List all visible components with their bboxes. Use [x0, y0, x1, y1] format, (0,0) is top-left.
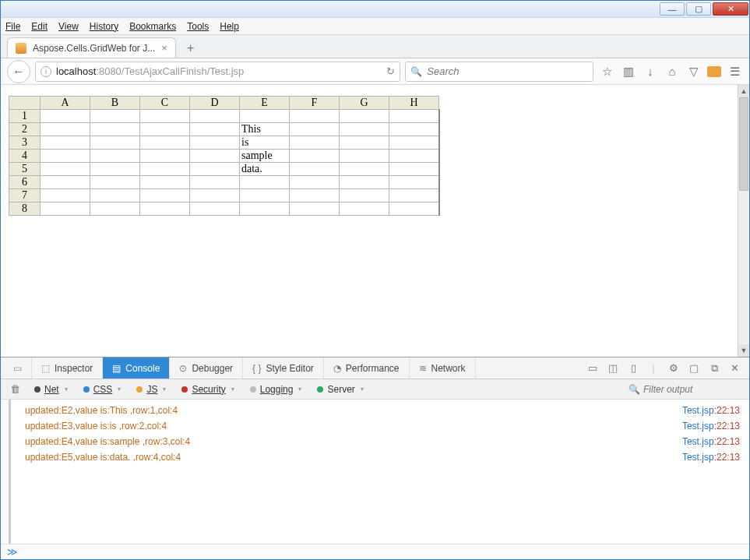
cell-e5[interactable]: data.	[240, 163, 290, 176]
bookmark-star-icon[interactable]: ☆	[598, 65, 615, 79]
console-source[interactable]: Test.jsp:22:13	[682, 421, 740, 431]
browser-tab[interactable]: Aspose.Cells.GridWeb for J... ×	[7, 37, 176, 58]
cell-b2[interactable]	[90, 123, 140, 136]
col-header-b[interactable]: B	[90, 97, 140, 110]
row-header-2[interactable]: 2	[9, 123, 40, 136]
cell-c7[interactable]	[140, 189, 190, 203]
cell-e1[interactable]	[240, 110, 290, 123]
console-filter-input[interactable]	[643, 384, 737, 395]
menu-tools[interactable]: Tools	[187, 21, 209, 32]
cell-a2[interactable]	[40, 123, 90, 136]
filter-logging[interactable]: Logging▾	[244, 381, 308, 398]
cell-b8[interactable]	[90, 203, 140, 216]
cell-d1[interactable]	[190, 110, 240, 123]
cell-f4[interactable]	[290, 150, 340, 163]
col-header-d[interactable]: D	[190, 97, 240, 110]
cell-b1[interactable]	[90, 110, 140, 123]
cell-g8[interactable]	[340, 203, 389, 216]
pocket-icon[interactable]: ▽	[685, 65, 702, 79]
col-header-c[interactable]: C	[140, 97, 190, 110]
scroll-down-icon[interactable]: ▼	[738, 344, 749, 357]
cell-c4[interactable]	[140, 150, 190, 163]
cell-f2[interactable]	[290, 123, 340, 136]
home-icon[interactable]: ⌂	[664, 65, 681, 78]
devtools-tab-performance[interactable]: ◔Performance	[324, 357, 410, 379]
cell-a3[interactable]	[40, 136, 90, 150]
col-header-e[interactable]: E	[240, 97, 290, 110]
cell-c6[interactable]	[140, 176, 190, 189]
row-header-7[interactable]: 7	[9, 189, 40, 203]
cell-h1[interactable]	[389, 110, 439, 123]
devtools-popout-icon[interactable]: ⧉	[707, 362, 721, 375]
cell-a8[interactable]	[40, 203, 90, 216]
cell-d7[interactable]	[190, 189, 240, 203]
cell-b6[interactable]	[90, 176, 140, 189]
clear-console-icon[interactable]: 🗑	[5, 383, 25, 395]
new-tab-button[interactable]: +	[181, 39, 201, 58]
cell-d2[interactable]	[190, 123, 240, 136]
cell-h2[interactable]	[389, 123, 439, 136]
devtools-tab-network[interactable]: ≋Network	[410, 357, 476, 379]
cell-d6[interactable]	[190, 176, 240, 189]
cell-d5[interactable]	[190, 163, 240, 176]
cell-f1[interactable]	[290, 110, 340, 123]
col-header-g[interactable]: G	[340, 97, 389, 110]
cell-f7[interactable]	[290, 189, 340, 203]
filter-server[interactable]: Server▾	[311, 381, 369, 398]
row-header-1[interactable]: 1	[9, 110, 40, 123]
cell-f3[interactable]	[290, 136, 340, 150]
cell-a1[interactable]	[40, 110, 90, 123]
window-maximize-button[interactable]: ▢	[686, 2, 711, 16]
devtools-settings-icon[interactable]: ⚙	[667, 362, 681, 374]
grid-corner[interactable]	[9, 97, 40, 110]
cell-c1[interactable]	[140, 110, 190, 123]
cell-a5[interactable]	[40, 163, 90, 176]
devtools-dock-window-icon[interactable]: ▯	[626, 362, 640, 374]
cell-h5[interactable]	[389, 163, 439, 176]
page-scrollbar[interactable]: ▲ ▼	[738, 85, 749, 357]
console-source[interactable]: Test.jsp:22:13	[682, 405, 740, 416]
cell-f6[interactable]	[290, 176, 340, 189]
row-header-4[interactable]: 4	[9, 150, 40, 163]
devtools-close-icon[interactable]: ✕	[727, 362, 741, 374]
console-source[interactable]: Test.jsp:22:13	[682, 452, 740, 463]
cell-h4[interactable]	[389, 150, 439, 163]
col-header-a[interactable]: A	[40, 97, 90, 110]
menu-bookmarks[interactable]: Bookmarks	[129, 21, 176, 32]
site-info-icon[interactable]: i	[40, 66, 51, 77]
window-minimize-button[interactable]: —	[660, 2, 685, 16]
url-text[interactable]: localhost:8080/TestAjaxCallFinish/Test.j…	[56, 65, 382, 77]
cell-g4[interactable]	[340, 150, 389, 163]
url-bar[interactable]: i localhost:8080/TestAjaxCallFinish/Test…	[35, 62, 400, 82]
scroll-thumb[interactable]	[739, 97, 748, 191]
row-header-8[interactable]: 8	[9, 203, 40, 216]
cell-g3[interactable]	[340, 136, 389, 150]
cell-g1[interactable]	[340, 110, 389, 123]
cell-h7[interactable]	[389, 189, 439, 203]
cell-b5[interactable]	[90, 163, 140, 176]
hamburger-menu-icon[interactable]: ☰	[726, 65, 743, 79]
devtools-toolbox-icon[interactable]: ▢	[687, 362, 701, 374]
console-filter-input-wrap[interactable]: 🔍	[629, 384, 745, 395]
scroll-up-icon[interactable]: ▲	[738, 85, 749, 97]
cell-d3[interactable]	[190, 136, 240, 150]
devtools-iframe-picker[interactable]: ▭	[4, 357, 32, 379]
devtools-dock-split-icon[interactable]: ◫	[606, 362, 620, 374]
window-close-button[interactable]: ✕	[713, 2, 748, 16]
back-button[interactable]: ←	[7, 60, 30, 83]
filter-css[interactable]: CSS▾	[77, 381, 128, 398]
devtools-tab-style[interactable]: { }Style Editor	[243, 357, 324, 379]
menu-file[interactable]: File	[5, 21, 20, 32]
menu-history[interactable]: History	[90, 21, 118, 32]
cell-f5[interactable]	[290, 163, 340, 176]
cell-c3[interactable]	[140, 136, 190, 150]
cell-e6[interactable]	[240, 176, 290, 189]
filter-js[interactable]: JS▾	[130, 381, 172, 398]
cell-c5[interactable]	[140, 163, 190, 176]
search-input[interactable]	[427, 65, 588, 77]
scroll-track[interactable]	[738, 97, 749, 344]
cell-d4[interactable]	[190, 150, 240, 163]
console-source[interactable]: Test.jsp:22:13	[682, 436, 740, 447]
cell-b3[interactable]	[90, 136, 140, 150]
filter-security[interactable]: Security▾	[175, 381, 240, 398]
